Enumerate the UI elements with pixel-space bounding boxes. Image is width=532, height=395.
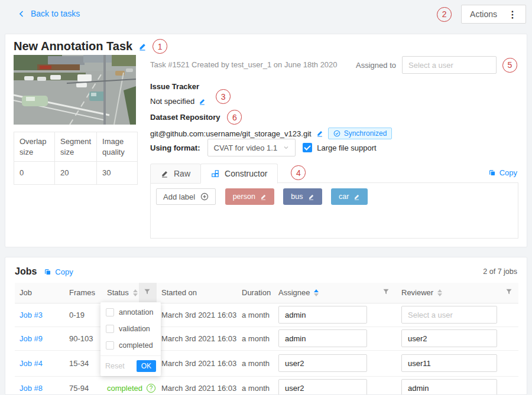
export-format-select[interactable]: CVAT for video 1.1: [207, 139, 296, 156]
tab-constructor-label: Constructor: [225, 169, 267, 178]
assignee-input[interactable]: [278, 379, 367, 395]
sort-icon[interactable]: [437, 289, 442, 296]
edit-label-icon[interactable]: [260, 194, 267, 200]
task-page: Back to tasks 2 Actions ⋮ New Annotation…: [0, 0, 532, 395]
block-icon: [211, 169, 219, 178]
back-chevron-icon: [18, 10, 25, 18]
question-circle-icon: ?: [147, 384, 155, 393]
chevron-down-icon: [283, 145, 289, 151]
copy-icon: [488, 169, 496, 177]
col-duration: Duration: [237, 283, 274, 303]
large-file-support-checkbox[interactable]: Large file support: [303, 143, 376, 152]
status-filter-button[interactable]: [139, 283, 157, 303]
param-value-quality: 30: [97, 162, 138, 185]
job-row: Job #4 15-34 March 3rd 2021 16:03 a mont…: [15, 350, 518, 376]
param-value-segment: 20: [55, 162, 97, 185]
tab-raw[interactable]: Raw: [150, 164, 201, 184]
sort-icon-active[interactable]: [314, 289, 319, 296]
frames-cell: 15-34: [64, 350, 102, 376]
tab-raw-label: Raw: [174, 169, 190, 178]
synchronized-badge[interactable]: Synchronized: [328, 128, 392, 139]
edit-title-icon[interactable]: [138, 43, 147, 51]
started-cell: March 3rd 2021 16:03: [157, 327, 237, 350]
edit-label-icon[interactable]: [308, 194, 314, 200]
job-link[interactable]: Job #9: [20, 334, 43, 343]
reviewer-input[interactable]: [401, 354, 497, 372]
col-frames: Frames: [64, 283, 102, 303]
labels-copy-label: Copy: [499, 168, 517, 177]
label-car-name: car: [339, 192, 349, 201]
annotation-circle-4: 4: [291, 165, 306, 180]
label-person-name: person: [233, 192, 255, 201]
synchronized-label: Synchronized: [344, 129, 387, 138]
annotation-circle-6: 6: [227, 110, 242, 125]
issue-tracker-value: Not specified: [150, 97, 194, 106]
job-link[interactable]: Job #3: [20, 311, 43, 319]
assigned-to-input[interactable]: [402, 56, 497, 74]
reviewer-input[interactable]: [401, 329, 497, 347]
add-label-button[interactable]: Add label: [156, 188, 216, 205]
filter-funnel-icon: [505, 288, 512, 295]
reviewer-input[interactable]: [401, 306, 497, 324]
jobs-card: Jobs Copy 2 of 7 jobs Job Frames: [5, 257, 527, 395]
frames-cell: 75-94: [64, 376, 102, 395]
assignee-input[interactable]: [278, 354, 367, 372]
jobs-table: Job Frames Status Started on Duration: [15, 283, 518, 395]
col-status[interactable]: Status: [102, 283, 139, 303]
tab-constructor[interactable]: Constructor: [200, 164, 278, 184]
duration-cell: a month: [237, 376, 274, 395]
label-chip-bus[interactable]: bus: [283, 188, 322, 205]
task-title: New Annotation Task: [14, 40, 132, 53]
col-assignee[interactable]: Assignee: [274, 283, 378, 303]
sort-icon[interactable]: [133, 289, 138, 296]
job-link[interactable]: Job #8: [20, 384, 43, 393]
labels-constructor-panel: Add label person bus: [150, 182, 518, 239]
reviewer-filter-button[interactable]: [501, 283, 518, 303]
checkbox-unchecked-icon[interactable]: [106, 325, 114, 333]
filter-option-completed[interactable]: completed: [100, 337, 161, 354]
assignee-filter-button[interactable]: [378, 283, 397, 303]
actions-button[interactable]: Actions ⋮: [461, 5, 526, 24]
edit-repository-icon[interactable]: [316, 130, 323, 137]
job-link[interactable]: Job #4: [20, 359, 43, 368]
status-cell: completed ?: [102, 376, 139, 395]
duration-cell: a month: [237, 350, 274, 376]
edit-issue-tracker-icon[interactable]: [199, 98, 206, 105]
frames-cell: 90-103: [64, 327, 102, 350]
edit-label-icon[interactable]: [353, 194, 360, 200]
filter-reset-button[interactable]: Reset: [105, 362, 125, 370]
label-chip-car[interactable]: car: [331, 188, 368, 205]
checkbox-unchecked-icon[interactable]: [106, 308, 114, 316]
annotation-circle-2: 2: [437, 7, 452, 22]
large-file-support-label: Large file support: [317, 143, 376, 152]
label-chip-person[interactable]: person: [225, 188, 274, 205]
assignee-input[interactable]: [278, 306, 367, 324]
more-vertical-icon: ⋮: [508, 9, 517, 20]
col-reviewer[interactable]: Reviewer: [397, 283, 501, 303]
export-format-value: CVAT for video 1.1: [214, 143, 278, 152]
checkbox-unchecked-icon[interactable]: [106, 341, 114, 350]
assignee-input[interactable]: [278, 329, 367, 347]
filter-option-validation[interactable]: validation: [100, 321, 161, 337]
param-value-overlap: 0: [14, 162, 55, 185]
actions-label: Actions: [470, 9, 497, 19]
back-to-tasks-link[interactable]: Back to tasks: [18, 9, 80, 18]
param-header-segment: Segment size: [55, 132, 97, 162]
filter-ok-button[interactable]: OK: [137, 360, 156, 372]
labels-copy-button[interactable]: Copy: [488, 168, 517, 177]
filter-option-annotation[interactable]: annotation: [100, 304, 161, 321]
jobs-copy-button[interactable]: Copy: [44, 267, 73, 276]
using-format-label: Using format:: [150, 143, 200, 152]
jobs-title: Jobs: [15, 266, 37, 277]
started-cell: March 3rd 2021 16:03: [157, 376, 237, 395]
back-to-tasks-label: Back to tasks: [31, 9, 80, 18]
started-cell: March 3rd 2021 16:03: [157, 303, 237, 327]
issue-tracker-label: Issue Tracker: [150, 82, 231, 91]
reviewer-input[interactable]: [401, 379, 497, 395]
annotation-circle-5: 5: [502, 58, 517, 73]
filter-funnel-icon: [144, 288, 151, 295]
task-params-table: Overlap size Segment size Image quality …: [14, 132, 138, 185]
filter-funnel-icon: [382, 288, 390, 295]
jobs-copy-label: Copy: [55, 267, 73, 276]
frames-cell: 0-19: [64, 303, 102, 327]
